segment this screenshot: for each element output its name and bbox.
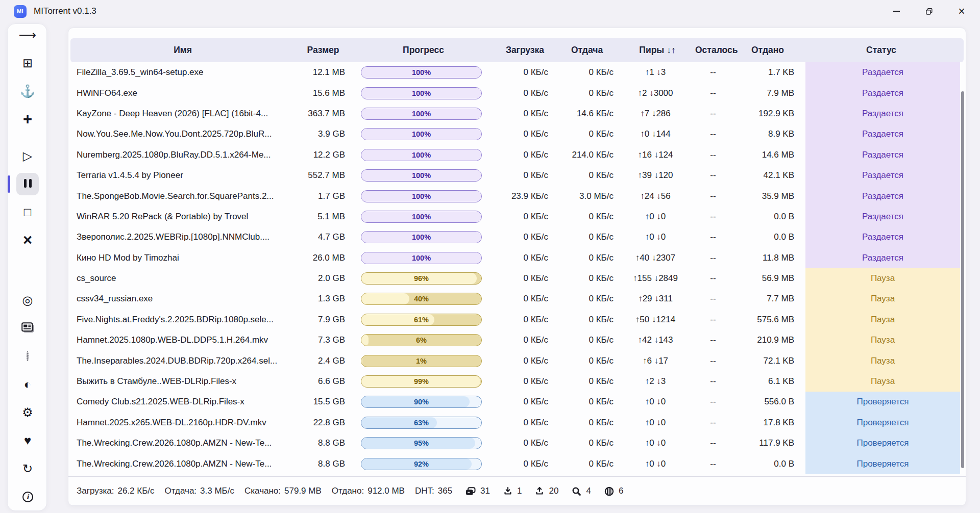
- torrent-row[interactable]: Nuremberg.2025.1080p.BluRay.DD.5.1.x264-…: [68, 145, 966, 165]
- favorites-item[interactable]: ♥: [8, 429, 47, 452]
- progress-cell: 90%: [349, 396, 494, 408]
- remove-torrent-item[interactable]: ×: [8, 229, 47, 251]
- download-speed: 0 КБ/с: [494, 376, 552, 387]
- upload-speed: 0 КБ/с: [552, 438, 618, 448]
- torrent-name: Terraria v1.4.5.4 by Pioneer: [68, 170, 293, 181]
- close-button[interactable]: ×: [945, 0, 978, 22]
- download-speed: 0 КБ/с: [494, 294, 552, 304]
- torrent-row[interactable]: Comedy Club.s21.2025.WEB-DLRip.Files-x 1…: [68, 392, 966, 412]
- download-speed: 0 КБ/с: [494, 109, 552, 119]
- news-panel-icon: [21, 322, 34, 335]
- refresh-item[interactable]: ↻: [8, 457, 47, 480]
- settings-item[interactable]: ⚙: [8, 401, 47, 424]
- download-speed: 0 КБ/с: [494, 273, 552, 284]
- status-badge: Раздается: [805, 186, 960, 206]
- news-panel-item[interactable]: [8, 317, 47, 340]
- loading-circle-item[interactable]: [8, 345, 47, 368]
- info-item[interactable]: i: [8, 485, 47, 508]
- upload-speed: 0 КБ/с: [552, 397, 618, 407]
- column-header-eta[interactable]: Осталось: [695, 45, 735, 56]
- upload-speed: 0 КБ/с: [552, 356, 618, 366]
- table-scrollbar[interactable]: [961, 91, 964, 468]
- torrent-row[interactable]: WinRAR 5.20 RePack (& Portable) by Trove…: [68, 207, 966, 227]
- progress-bar: 100%: [361, 87, 482, 99]
- start-torrent-item[interactable]: ▷: [8, 145, 47, 167]
- eta: --: [693, 232, 733, 242]
- torrent-size: 2.0 GB: [293, 273, 349, 284]
- torrent-size: 1.7 GB: [293, 191, 349, 201]
- target-item[interactable]: ◎: [8, 289, 47, 312]
- grid-view-item[interactable]: ⊞: [8, 52, 47, 74]
- status-bar: Загрузка:26.2 КБ/с Отдача:3.3 МБ/с Скача…: [68, 476, 966, 505]
- torrent-row[interactable]: cs_source 2.0 GB 96% 0 КБ/с 0 КБ/с ↑155 …: [68, 268, 966, 289]
- uploaded-total: 14.6 MB: [733, 150, 798, 160]
- torrent-row[interactable]: Hamnet.2025.x265.WEB-DL.2160p.HDR-DV.mkv…: [68, 413, 966, 433]
- column-header-size[interactable]: Размер: [295, 45, 351, 56]
- torrent-row[interactable]: KayZone - Deep Heaven (2026) [FLAC] (16b…: [68, 104, 966, 124]
- torrent-row[interactable]: The.SpongeBob.Movie.Search.for.SquarePan…: [68, 186, 966, 206]
- peers: ↑0 ↓0: [618, 397, 693, 407]
- torrent-row[interactable]: The.Wrecking.Crew.2026.1080p.AMZN - New-…: [68, 453, 966, 474]
- column-header-upload[interactable]: Отдача: [554, 45, 620, 56]
- downloaded-total-stat: Скачано:579.9 MB: [244, 486, 322, 496]
- torrent-row[interactable]: Five.Nights.at.Freddy's.2.2025.BDRip.108…: [68, 310, 966, 330]
- minimize-button[interactable]: [880, 0, 913, 22]
- anchor-item[interactable]: ⚓: [8, 80, 47, 102]
- peers: ↑39 ↓120: [618, 170, 693, 181]
- progress-label: 90%: [361, 396, 481, 407]
- progress-cell: 100%: [349, 190, 494, 202]
- torrent-row[interactable]: Кино HD Mod by Timozhai 26.0 MB 100% 0 К…: [68, 248, 966, 268]
- torrent-row[interactable]: Hamnet.2025.1080p.WEB-DL.DDP5.1.H.264.mk…: [68, 330, 966, 350]
- column-header-progress[interactable]: Прогресс: [351, 45, 496, 56]
- progress-label: 100%: [361, 211, 481, 222]
- torrent-row[interactable]: Зверополис.2.2025.WEBRip.[1080p].NNMClub…: [68, 227, 966, 247]
- eta: --: [693, 438, 733, 448]
- pause-torrent-item[interactable]: [8, 173, 47, 195]
- torrent-row[interactable]: Now.You.See.Me.Now.You.Dont.2025.720p.Bl…: [68, 124, 966, 144]
- torrent-row[interactable]: Выжить в Стамбуле..WEB-DLRip.Files-x 6.6…: [68, 371, 966, 392]
- progress-cell: 100%: [349, 108, 494, 120]
- torrent-row[interactable]: The.Wrecking.Crew.2026.1080p.AMZN - New-…: [68, 433, 966, 453]
- torrent-row[interactable]: FileZilla_3.69.5_win64-setup.exe 12.1 MB…: [68, 62, 966, 83]
- restore-button[interactable]: [913, 0, 945, 22]
- peers: ↑1 ↓3: [618, 67, 693, 78]
- column-header-download[interactable]: Загрузка: [496, 45, 554, 56]
- download-speed: 0 КБ/с: [494, 459, 552, 469]
- status-badge: Раздается: [805, 83, 960, 103]
- add-torrent-item[interactable]: +: [8, 108, 47, 131]
- torrent-row[interactable]: The.Inseparables.2024.DUB.BDRip.720p.x26…: [68, 350, 966, 371]
- column-header-uploaded[interactable]: Отдано: [735, 45, 800, 56]
- upload-speed: 0 КБ/с: [552, 88, 618, 98]
- uploaded-total: 6.1 KB: [733, 376, 798, 387]
- column-header-name[interactable]: Имя: [70, 45, 295, 56]
- upload-speed: 0 КБ/с: [552, 294, 618, 304]
- eta: --: [693, 376, 733, 387]
- paused-counter: 6: [604, 486, 623, 496]
- column-header-status[interactable]: Статус: [800, 45, 962, 56]
- torrent-row[interactable]: cssv34_russian.exe 1.3 GB 40% 0 КБ/с 0 К…: [68, 289, 966, 309]
- download-speed: 0 КБ/с: [494, 88, 552, 98]
- torrent-name: Nuremberg.2025.1080p.BluRay.DD.5.1.x264-…: [68, 150, 293, 160]
- torrent-row[interactable]: HWiNFO64.exe 15.6 MB 100% 0 КБ/с 0 КБ/с …: [68, 83, 966, 103]
- eta: --: [693, 315, 733, 325]
- theme-contrast-item[interactable]: ◐: [8, 373, 47, 396]
- status-badge: Пауза: [805, 268, 960, 289]
- stop-torrent-item[interactable]: □: [8, 201, 47, 223]
- column-header-peers[interactable]: Пиры ↓↑: [620, 45, 695, 56]
- torrent-size: 12.2 GB: [293, 150, 349, 160]
- checking-counter: 4: [572, 486, 591, 496]
- progress-cell: 100%: [349, 66, 494, 79]
- torrent-name: Five.Nights.at.Freddy's.2.2025.BDRip.108…: [68, 315, 293, 325]
- torrent-name: Now.You.See.Me.Now.You.Dont.2025.720p.Bl…: [68, 129, 293, 139]
- torrent-size: 8.8 GB: [293, 438, 349, 448]
- continue-all-item[interactable]: ⟶: [8, 24, 47, 46]
- torrent-row[interactable]: Terraria v1.4.5.4 by Pioneer 552.7 MB 10…: [68, 165, 966, 186]
- progress-bar: 6%: [361, 334, 482, 346]
- title-bar: MI MITorrent v0.1.3 ×: [0, 0, 980, 22]
- eta: --: [693, 88, 733, 98]
- torrent-panel: Имя Размер Прогресс Загрузка Отдача Пиры…: [68, 28, 966, 506]
- progress-label: 100%: [361, 170, 481, 181]
- search-icon: [572, 486, 581, 496]
- progress-label: 100%: [361, 149, 481, 161]
- app-logo-icon: MI: [14, 5, 27, 18]
